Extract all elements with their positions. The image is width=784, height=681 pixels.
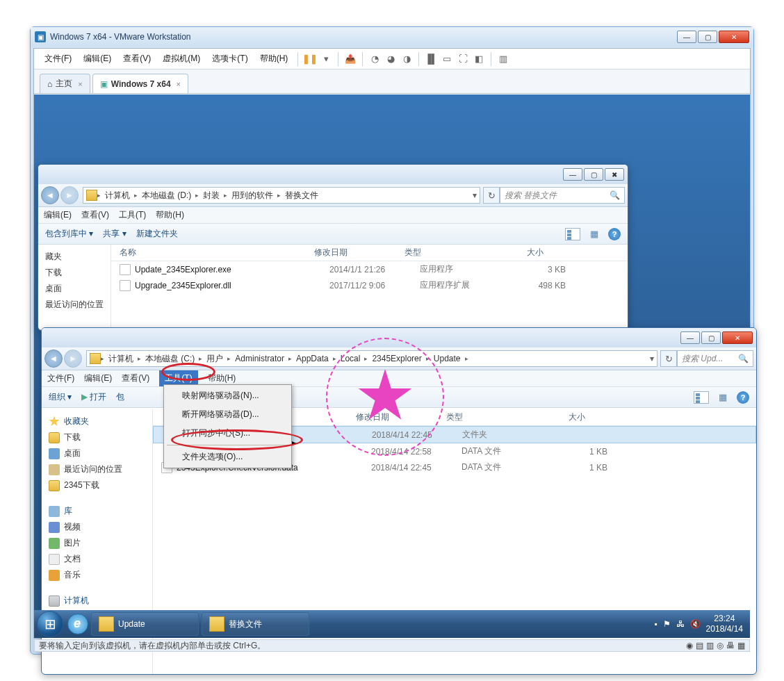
preview-pane-icon[interactable]: ▦ bbox=[716, 391, 730, 404]
help-icon[interactable]: ? bbox=[608, 228, 621, 240]
col-type[interactable]: 类型 bbox=[446, 411, 530, 423]
vmware-titlebar[interactable]: ▣ Windows 7 x64 - VMware Workstation — ▢… bbox=[31, 27, 753, 47]
fullscreen-icon[interactable]: ⛶ bbox=[456, 52, 470, 66]
device-icon[interactable]: ◎ bbox=[717, 641, 724, 650]
refresh-icon[interactable]: ↻ bbox=[483, 187, 500, 204]
menu-tools[interactable]: 工具(T) bbox=[119, 209, 146, 221]
menu-file[interactable]: 文件(F) bbox=[40, 51, 76, 67]
menu-tabs[interactable]: 选项卡(T) bbox=[207, 51, 252, 67]
back-button[interactable]: ◄ bbox=[44, 350, 63, 368]
dropdown-item[interactable]: 打开同步中心(S)... bbox=[165, 424, 290, 443]
volume-icon[interactable]: 🔇 bbox=[690, 619, 701, 629]
device-icon[interactable]: 🖶 bbox=[726, 641, 735, 650]
open-button[interactable]: ▶打开 bbox=[81, 391, 106, 403]
unity-icon[interactable]: ◧ bbox=[472, 52, 486, 66]
back-button[interactable]: ◄ bbox=[41, 186, 59, 204]
menu-view[interactable]: 查看(V) bbox=[81, 209, 109, 221]
sidebar-item[interactable]: 2345下载 bbox=[44, 477, 149, 493]
taskbar-item[interactable]: 替换文件 bbox=[202, 612, 309, 636]
refresh-icon[interactable]: ↻ bbox=[660, 350, 677, 367]
file-row[interactable]: Update_2345Explorer.exe 2014/1/1 21:26 应… bbox=[111, 261, 628, 277]
dropdown-item[interactable]: 断开网络驱动器(D)... bbox=[165, 405, 290, 424]
favorites-header[interactable]: 收藏夹 bbox=[44, 413, 149, 429]
sidebar-item[interactable]: 文档 bbox=[44, 551, 149, 567]
col-date[interactable]: 修改日期 bbox=[314, 247, 405, 259]
device-icon[interactable]: ▥ bbox=[706, 641, 714, 650]
col-size[interactable]: 大小 bbox=[530, 411, 592, 423]
forward-button[interactable]: ► bbox=[64, 350, 82, 368]
menu-help[interactable]: 帮助(H) bbox=[208, 372, 236, 384]
search-input[interactable]: 搜索 替换文件 🔍 bbox=[500, 187, 625, 204]
col-date[interactable]: 修改日期 bbox=[356, 411, 446, 423]
snapshot3-icon[interactable]: ◑ bbox=[400, 52, 414, 66]
send-icon[interactable]: 📤 bbox=[343, 52, 357, 66]
ie-icon[interactable] bbox=[67, 614, 88, 634]
flag-icon[interactable]: ⚑ bbox=[663, 619, 671, 629]
view2-icon[interactable]: ▭ bbox=[440, 52, 454, 66]
preview-pane-icon[interactable]: ▦ bbox=[587, 227, 601, 241]
tab-vm[interactable]: ▣ Windows 7 x64 × bbox=[92, 74, 188, 93]
snapshot2-icon[interactable]: ◕ bbox=[384, 52, 398, 66]
share-button[interactable]: 共享 ▾ bbox=[103, 228, 126, 240]
file-row[interactable]: Upgrade_2345Explorer.dll 2017/11/2 9:06 … bbox=[111, 277, 628, 293]
maximize-button[interactable]: ▢ bbox=[701, 331, 721, 344]
organize-button[interactable]: 组织 ▾ bbox=[49, 391, 72, 403]
include-library-button[interactable]: 包含到库中 ▾ bbox=[45, 228, 93, 240]
system-tray[interactable]: ▪ ⚑ 🖧 🔇 23:24 2018/4/14 bbox=[654, 614, 747, 634]
menu-view[interactable]: 查看(V) bbox=[118, 51, 156, 67]
tab-home[interactable]: ⌂ 主页 × bbox=[40, 74, 90, 93]
address-bar[interactable]: ▸ 计算机▸ 本地磁盘 (C:)▸ 用户▸ Administrator▸ App… bbox=[86, 350, 658, 367]
sidebar-item[interactable]: 下载 bbox=[41, 265, 108, 281]
clock[interactable]: 23:24 2018/4/14 bbox=[706, 614, 743, 634]
forward-button[interactable]: ► bbox=[60, 186, 79, 204]
dropdown-item[interactable]: 映射网络驱动器(N)... bbox=[165, 386, 290, 405]
pause-icon[interactable]: ❚❚ bbox=[303, 52, 317, 66]
sidebar-item[interactable]: 最近访问的位置 bbox=[44, 461, 149, 477]
sidebar-item[interactable]: 下载 bbox=[44, 429, 149, 445]
sidebar-item[interactable]: 藏夹 bbox=[41, 249, 108, 265]
close-button[interactable]: ✖ bbox=[605, 168, 624, 181]
maximize-button[interactable]: ▢ bbox=[584, 168, 603, 181]
minimize-button[interactable]: — bbox=[677, 31, 696, 43]
sidebar-item[interactable]: 桌面 bbox=[41, 281, 108, 297]
view1-icon[interactable]: ▐▌ bbox=[424, 52, 438, 66]
help-icon[interactable]: ? bbox=[737, 391, 749, 404]
minimize-button[interactable]: — bbox=[563, 168, 582, 181]
close-icon[interactable]: × bbox=[78, 80, 82, 88]
menu-help[interactable]: 帮助(H) bbox=[255, 51, 293, 67]
menu-edit[interactable]: 编辑(E) bbox=[79, 51, 116, 67]
menu-vm[interactable]: 虚拟机(M) bbox=[158, 51, 205, 67]
search-input[interactable]: 搜索 Upd... 🔍 bbox=[677, 350, 753, 367]
dropdown-icon[interactable]: ▾ bbox=[319, 52, 333, 66]
tray-icon[interactable]: ▪ bbox=[654, 619, 657, 629]
minimize-button[interactable]: — bbox=[680, 331, 700, 344]
computer-header[interactable]: 计算机 bbox=[44, 593, 149, 609]
vm-screen[interactable]: — ▢ ✖ ◄ ► ▸ 计算机▸ 本地磁盘 (D:)▸ 封装▸ 用到的软件▸ bbox=[34, 95, 750, 638]
libraries-header[interactable]: 库 bbox=[44, 503, 149, 519]
device-icon[interactable]: ▦ bbox=[737, 641, 745, 650]
col-name[interactable]: 名称 bbox=[120, 247, 314, 259]
new-folder-button[interactable]: 新建文件夹 bbox=[136, 228, 178, 240]
sidebar-item[interactable]: 视频 bbox=[44, 519, 149, 535]
sidebar-item[interactable]: 最近访问的位置 bbox=[41, 297, 108, 313]
library-icon[interactable]: ▥ bbox=[496, 52, 510, 66]
device-icon[interactable]: ◉ bbox=[686, 641, 693, 650]
address-bar[interactable]: ▸ 计算机▸ 本地磁盘 (D:)▸ 封装▸ 用到的软件▸ 替换文件 ▾ bbox=[83, 187, 480, 204]
menu-edit[interactable]: 编辑(E) bbox=[84, 372, 112, 384]
sidebar-item[interactable]: 音乐 bbox=[44, 567, 149, 583]
taskbar-item[interactable]: Update bbox=[91, 612, 199, 636]
view-options-icon[interactable] bbox=[694, 391, 709, 404]
close-button[interactable]: ✕ bbox=[722, 331, 753, 344]
maximize-button[interactable]: ▢ bbox=[698, 31, 717, 43]
sidebar-item[interactable]: 桌面 bbox=[44, 445, 149, 461]
close-button[interactable]: ✕ bbox=[719, 31, 749, 43]
col-type[interactable]: 类型 bbox=[405, 247, 488, 259]
close-icon[interactable]: × bbox=[177, 80, 181, 88]
network-icon[interactable]: 🖧 bbox=[676, 619, 685, 629]
menu-file[interactable]: 文件(F) bbox=[47, 372, 74, 384]
menu-view[interactable]: 查看(V) bbox=[122, 372, 149, 384]
view-options-icon[interactable] bbox=[565, 228, 580, 240]
device-icon[interactable]: ▤ bbox=[696, 641, 703, 650]
col-size[interactable]: 大小 bbox=[488, 247, 550, 259]
sidebar-item[interactable]: 图片 bbox=[44, 535, 149, 551]
